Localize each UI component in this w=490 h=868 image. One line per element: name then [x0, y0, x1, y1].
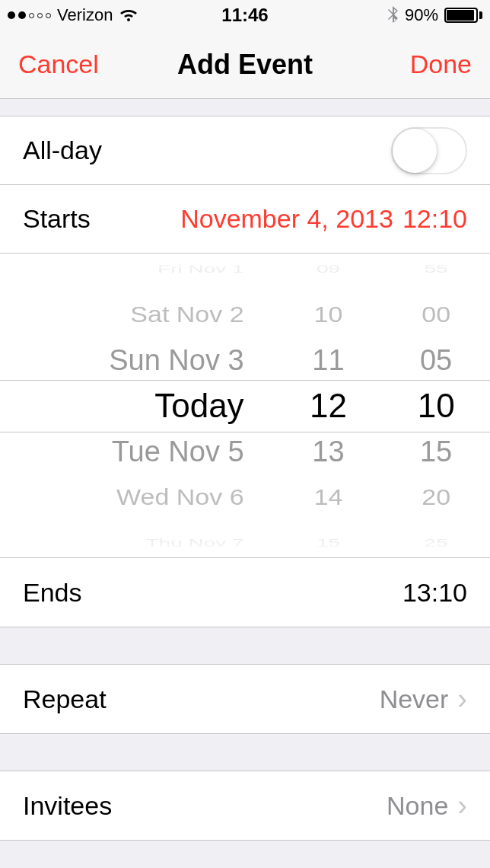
status-bar: Verizon 11:46 90%	[0, 0, 490, 30]
picker-hour-item: 14	[275, 477, 383, 516]
battery-icon	[444, 8, 482, 23]
picker-min-item: 20	[382, 477, 490, 516]
picker-min-item: 00	[382, 295, 490, 333]
picker-date-item: Tue Nov 5	[0, 429, 275, 474]
starts-label: Starts	[23, 204, 91, 234]
ends-label: Ends	[23, 578, 82, 608]
repeat-value: Never	[380, 685, 449, 714]
picker-min-item: 05	[382, 337, 490, 383]
repeat-row[interactable]: Repeat Never ›	[0, 665, 490, 733]
picker-hour-selected: 12	[275, 383, 383, 429]
invitees-value: None	[387, 791, 448, 821]
picker-date-item: Sat Nov 2	[0, 295, 275, 333]
picker-hour-item: 10	[275, 295, 383, 333]
invitees-row[interactable]: Invitees None ›	[0, 771, 490, 840]
cancel-button[interactable]: Cancel	[18, 49, 99, 79]
invitees-label: Invitees	[23, 791, 112, 821]
picker-min-item: 25	[382, 530, 490, 555]
picker-min-item: 15	[382, 429, 490, 474]
starts-date: November 4, 2013	[180, 204, 393, 234]
picker-date-item: Thu Nov 7	[0, 530, 275, 555]
picker-hour-item: 15	[275, 530, 383, 555]
done-button[interactable]: Done	[410, 49, 472, 79]
picker-hour-item: 09	[275, 256, 383, 281]
starts-time: 12:10	[402, 204, 467, 234]
datetime-group: All-day Starts November 4, 2013 12:10 Th…	[0, 116, 490, 627]
status-time: 11:46	[0, 5, 490, 26]
picker-date-item: Sun Nov 3	[0, 337, 275, 383]
date-time-picker[interactable]: Thu Oct 31 Fri Nov 1 Sat Nov 2 Sun Nov 3…	[0, 254, 490, 558]
ends-time: 13:10	[402, 578, 467, 608]
repeat-label: Repeat	[23, 685, 107, 714]
picker-date-item: Wed Nov 6	[0, 477, 275, 516]
picker-date-selected: Today	[0, 383, 275, 429]
picker-date-column[interactable]: Thu Oct 31 Fri Nov 1 Sat Nov 2 Sun Nov 3…	[0, 254, 275, 557]
chevron-right-icon: ›	[457, 790, 467, 822]
picker-min-selected: 10	[382, 383, 490, 429]
allday-label: All-day	[23, 136, 102, 165]
allday-toggle[interactable]	[391, 127, 467, 174]
picker-date-item: Fri Nov 1	[0, 256, 275, 281]
allday-row[interactable]: All-day	[0, 116, 490, 185]
ends-row[interactable]: Ends 13:10	[0, 558, 490, 627]
picker-hour-column[interactable]: 08 09 10 11 12 13 14 15 16	[275, 254, 383, 557]
picker-hour-item: 13	[275, 429, 383, 474]
picker-minute-column[interactable]: 50 55 00 05 10 15 20 25 30	[382, 254, 490, 557]
nav-bar: Cancel Add Event Done	[0, 30, 490, 99]
picker-hour-item: 11	[275, 337, 383, 383]
starts-row[interactable]: Starts November 4, 2013 12:10	[0, 185, 490, 254]
picker-min-item: 55	[382, 256, 490, 281]
chevron-right-icon: ›	[457, 683, 467, 716]
